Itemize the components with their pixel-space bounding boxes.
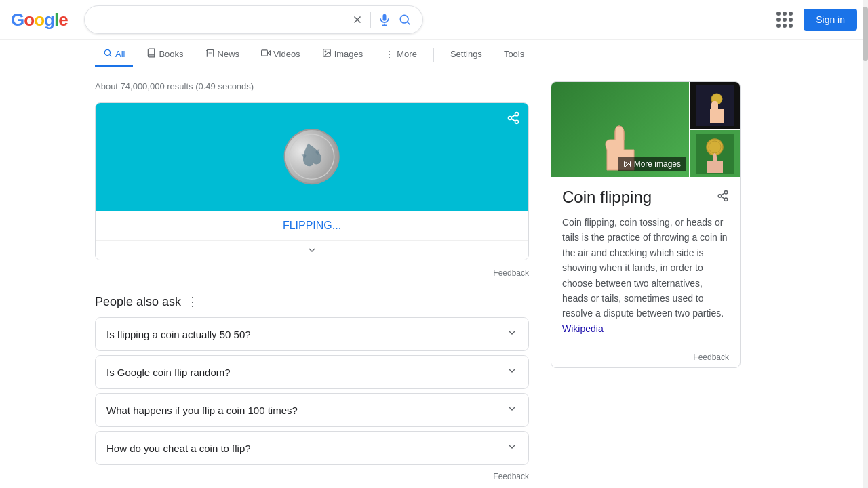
svg-rect-12 bbox=[262, 50, 268, 56]
search-input[interactable]: flip a coin bbox=[96, 14, 346, 26]
svg-line-33 bbox=[721, 192, 724, 195]
nav-bar: All Books News Videos Images ⋮ More Sett… bbox=[0, 40, 868, 70]
coin-illustration bbox=[274, 119, 349, 193]
svg-point-7 bbox=[104, 49, 110, 55]
paa-options-button[interactable]: ⋮ bbox=[186, 294, 199, 309]
knowledge-panel: More images bbox=[551, 81, 741, 368]
expand-button[interactable] bbox=[96, 240, 528, 260]
google-logo[interactable]: Google bbox=[11, 9, 68, 30]
chevron-down-icon-4 bbox=[507, 441, 517, 455]
kp-images-row: More images bbox=[551, 82, 740, 177]
svg-point-23 bbox=[625, 163, 627, 164]
results-info: About 74,000,000 results (0.49 seconds) bbox=[95, 81, 529, 92]
coin-flip-widget: FLIPPING... bbox=[95, 102, 529, 260]
search-button[interactable] bbox=[398, 13, 412, 26]
left-column: About 74,000,000 results (0.49 seconds) bbox=[95, 81, 529, 488]
nav-videos-label: Videos bbox=[273, 49, 300, 59]
nav-more-label: More bbox=[397, 49, 417, 59]
main-content: About 74,000,000 results (0.49 seconds) bbox=[0, 70, 868, 488]
kp-content: Coin flipping Coin flipping, coin tossin… bbox=[551, 177, 740, 347]
nav-images-label: Images bbox=[334, 49, 363, 59]
paa-item-1: Is flipping a coin actually 50 50? bbox=[95, 317, 529, 351]
svg-line-32 bbox=[721, 197, 724, 199]
kp-share-button[interactable] bbox=[717, 190, 729, 205]
paa-question-4[interactable]: How do you cheat a coin to flip? bbox=[96, 432, 528, 464]
nav-settings-label: Settings bbox=[450, 49, 482, 59]
share-button[interactable] bbox=[507, 111, 520, 128]
more-images-label: More images bbox=[634, 159, 681, 169]
paa-question-3-text: What happens if you flip a coin 100 time… bbox=[106, 405, 298, 416]
chevron-down-icon-3 bbox=[507, 403, 517, 417]
kp-description: Coin flipping, coin tossing, or heads or… bbox=[562, 215, 729, 336]
sign-in-button[interactable]: Sign in bbox=[804, 9, 857, 30]
svg-marker-11 bbox=[267, 51, 270, 55]
videos-nav-icon bbox=[261, 48, 271, 60]
header: Google flip a coin Sign in bbox=[0, 0, 868, 40]
nav-item-images[interactable]: Images bbox=[314, 43, 372, 67]
kp-main-image[interactable]: More images bbox=[551, 82, 689, 177]
nav-item-books[interactable]: Books bbox=[138, 43, 191, 67]
paa-item-4: How do you cheat a coin to flip? bbox=[95, 431, 529, 465]
svg-point-29 bbox=[724, 190, 728, 194]
voice-search-button[interactable] bbox=[378, 13, 391, 26]
flipping-status: FLIPPING... bbox=[96, 211, 528, 240]
nav-news-label: News bbox=[218, 49, 240, 59]
nav-item-more[interactable]: ⋮ More bbox=[376, 43, 425, 67]
more-images-button[interactable]: More images bbox=[618, 157, 686, 171]
clear-search-button[interactable] bbox=[351, 14, 363, 26]
nav-divider bbox=[433, 48, 434, 62]
chevron-down-icon-2 bbox=[507, 365, 517, 379]
more-nav-icon: ⋮ bbox=[384, 49, 394, 60]
paa-question-2[interactable]: Is Google coin flip random? bbox=[96, 356, 528, 388]
kp-feedback[interactable]: Feedback bbox=[551, 347, 740, 367]
nav-settings[interactable]: Settings bbox=[442, 43, 490, 66]
svg-point-15 bbox=[515, 113, 519, 116]
kp-title: Coin flipping bbox=[562, 188, 652, 207]
svg-rect-2 bbox=[382, 14, 386, 21]
paa-item-3: What happens if you flip a coin 100 time… bbox=[95, 393, 529, 427]
kp-thumb-2[interactable] bbox=[689, 129, 740, 177]
images-nav-icon bbox=[322, 48, 332, 60]
nav-item-videos[interactable]: Videos bbox=[253, 43, 309, 67]
apps-button[interactable] bbox=[774, 9, 795, 30]
paa-question-2-text: Is Google coin flip random? bbox=[106, 367, 231, 378]
header-right: Sign in bbox=[774, 9, 857, 30]
paa-question-1[interactable]: Is flipping a coin actually 50 50? bbox=[96, 318, 528, 350]
right-column: More images bbox=[551, 81, 741, 488]
paa-heading: People also ask bbox=[95, 295, 181, 309]
search-box: flip a coin bbox=[84, 5, 423, 34]
coin-display-area bbox=[96, 103, 528, 211]
svg-line-18 bbox=[511, 119, 515, 121]
scrollbar[interactable] bbox=[863, 0, 868, 488]
svg-point-14 bbox=[325, 51, 326, 52]
scrollbar-thumb[interactable] bbox=[863, 7, 868, 61]
nav-all-label: All bbox=[115, 49, 125, 59]
nav-books-label: Books bbox=[159, 49, 183, 59]
books-nav-icon bbox=[146, 48, 156, 60]
svg-line-19 bbox=[511, 115, 515, 117]
paa-question-4-text: How do you cheat a coin to flip? bbox=[106, 443, 251, 454]
search-nav-icon bbox=[103, 48, 113, 60]
paa-header: People also ask ⋮ bbox=[95, 294, 529, 309]
kp-title-row: Coin flipping bbox=[562, 188, 729, 207]
news-nav-icon bbox=[205, 48, 215, 60]
nav-tools-label: Tools bbox=[504, 49, 524, 59]
svg-point-31 bbox=[724, 198, 728, 201]
svg-point-17 bbox=[515, 120, 519, 123]
coin-widget-feedback[interactable]: Feedback bbox=[95, 266, 529, 283]
svg-point-27 bbox=[707, 139, 723, 155]
svg-point-16 bbox=[509, 117, 512, 120]
kp-wikipedia-link[interactable]: Wikipedia bbox=[562, 323, 604, 334]
kp-side-images bbox=[689, 82, 740, 177]
people-also-ask-section: People also ask ⋮ Is flipping a coin act… bbox=[95, 294, 529, 487]
nav-item-news[interactable]: News bbox=[197, 43, 248, 67]
paa-question-3[interactable]: What happens if you flip a coin 100 time… bbox=[96, 394, 528, 426]
paa-feedback[interactable]: Feedback bbox=[95, 469, 529, 487]
svg-point-5 bbox=[400, 15, 408, 23]
svg-line-8 bbox=[110, 55, 112, 57]
nav-item-all[interactable]: All bbox=[95, 43, 133, 67]
paa-item-2: Is Google coin flip random? bbox=[95, 355, 529, 389]
nav-tools[interactable]: Tools bbox=[496, 43, 532, 66]
svg-line-6 bbox=[407, 22, 410, 25]
kp-thumb-1[interactable] bbox=[689, 82, 740, 129]
